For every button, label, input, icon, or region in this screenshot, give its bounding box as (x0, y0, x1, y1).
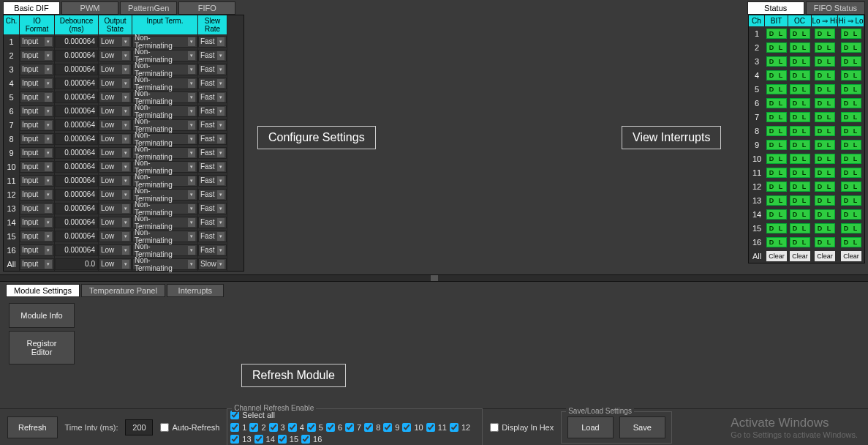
ch-enable-5[interactable]: 5 (307, 423, 323, 432)
input-term-select[interactable]: Non-Terminating▾ (132, 105, 197, 117)
tab-fifo-status[interactable]: FIFO Status (806, 1, 865, 15)
output-state-select[interactable]: Low▾ (99, 231, 132, 242)
output-state-select[interactable]: Low▾ (99, 258, 132, 270)
input-term-select[interactable]: Non-Terminating▾ (132, 231, 197, 242)
auto-refresh-checkbox[interactable]: Auto-Refresh (160, 423, 219, 432)
slew-rate-select[interactable]: Fast▾ (198, 91, 227, 103)
input-term-select[interactable]: Non-Terminating▾ (132, 175, 197, 187)
ch-enable-12[interactable]: 12 (450, 423, 470, 432)
io-format-select[interactable]: Input▾ (20, 133, 54, 145)
output-state-select[interactable]: Low▾ (99, 189, 132, 201)
output-state-select[interactable]: Low▾ (99, 64, 132, 75)
output-state-select[interactable]: Low▾ (99, 91, 132, 103)
tab-module-settings[interactable]: Module Settings (6, 284, 80, 297)
clear-button[interactable]: Clear (841, 251, 861, 261)
debounce-input[interactable]: 0.000064 (55, 217, 98, 228)
output-state-select[interactable]: Low▾ (99, 50, 132, 61)
debounce-input[interactable]: 0.000064 (55, 147, 98, 159)
debounce-input[interactable]: 0.000064 (55, 189, 98, 201)
input-term-select[interactable]: Non-Terminating▾ (132, 258, 197, 270)
ch-enable-2[interactable]: 2 (249, 423, 265, 432)
slew-rate-select[interactable]: Fast▾ (198, 64, 227, 75)
debounce-input[interactable]: 0.000064 (55, 203, 98, 214)
slew-rate-select[interactable]: Fast▾ (198, 78, 227, 89)
ch-enable-14[interactable]: 14 (254, 435, 275, 444)
refresh-button[interactable]: Refresh (7, 416, 58, 438)
tab-interrupts[interactable]: Interrupts (167, 284, 224, 297)
display-hex-checkbox[interactable]: Display In Hex (490, 423, 554, 432)
time-intv-input[interactable] (125, 419, 153, 435)
ch-enable-3[interactable]: 3 (269, 423, 285, 432)
slew-rate-select[interactable]: Fast▾ (198, 175, 227, 187)
output-state-select[interactable]: Low▾ (99, 133, 132, 145)
input-term-select[interactable]: Non-Terminating▾ (132, 147, 197, 159)
output-state-select[interactable]: Low▾ (99, 161, 132, 173)
ch-enable-1[interactable]: 1 (230, 423, 246, 432)
debounce-input[interactable]: 0.000064 (55, 175, 98, 187)
tab-temperature-panel[interactable]: Temperature Panel (81, 284, 165, 297)
slew-rate-select[interactable]: Fast▾ (198, 189, 227, 201)
debounce-input[interactable]: 0.0 (55, 258, 98, 270)
debounce-input[interactable]: 0.000064 (55, 119, 98, 131)
input-term-select[interactable]: Non-Terminating▾ (132, 119, 197, 131)
slew-rate-select[interactable]: Fast▾ (198, 161, 227, 173)
io-format-select[interactable]: Input▾ (20, 36, 54, 48)
input-term-select[interactable]: Non-Terminating▾ (132, 50, 197, 61)
tab-fifo[interactable]: FIFO (178, 1, 235, 15)
io-format-select[interactable]: Input▾ (20, 50, 54, 61)
debounce-input[interactable]: 0.000064 (55, 91, 98, 103)
input-term-select[interactable]: Non-Terminating▾ (132, 91, 197, 103)
io-format-select[interactable]: Input▾ (20, 203, 54, 214)
tab-patterngen[interactable]: PatternGen (120, 1, 177, 15)
slew-rate-select[interactable]: Fast▾ (198, 105, 227, 117)
output-state-select[interactable]: Low▾ (99, 105, 132, 117)
output-state-select[interactable]: Low▾ (99, 78, 132, 89)
input-term-select[interactable]: Non-Terminating▾ (132, 36, 197, 48)
io-format-select[interactable]: Input▾ (20, 105, 54, 117)
slew-rate-select[interactable]: Fast▾ (198, 147, 227, 159)
output-state-select[interactable]: Low▾ (99, 244, 132, 256)
ch-enable-9[interactable]: 9 (383, 423, 399, 432)
slew-rate-select[interactable]: Fast▾ (198, 50, 227, 61)
slew-rate-select[interactable]: Fast▾ (198, 217, 227, 228)
module-info-button[interactable]: Module Info (9, 303, 75, 328)
output-state-select[interactable]: Low▾ (99, 147, 132, 159)
io-format-select[interactable]: Input▾ (20, 244, 54, 256)
debounce-input[interactable]: 0.000064 (55, 78, 98, 89)
tab-pwm[interactable]: PWM (61, 1, 118, 15)
debounce-input[interactable]: 0.000064 (55, 231, 98, 242)
ch-enable-6[interactable]: 6 (326, 423, 342, 432)
debounce-input[interactable]: 0.000064 (55, 50, 98, 61)
auto-refresh-input[interactable] (160, 423, 169, 432)
clear-button[interactable]: Clear (790, 251, 810, 261)
debounce-input[interactable]: 0.000064 (55, 244, 98, 256)
ch-enable-16[interactable]: 16 (301, 435, 322, 444)
input-term-select[interactable]: Non-Terminating▾ (132, 189, 197, 201)
input-term-select[interactable]: Non-Terminating▾ (132, 203, 197, 214)
ch-enable-4[interactable]: 4 (288, 423, 304, 432)
register-editor-button[interactable]: Registor Editor (9, 331, 75, 364)
debounce-input[interactable]: 0.000064 (55, 161, 98, 173)
input-term-select[interactable]: Non-Terminating▾ (132, 217, 197, 228)
splitter[interactable] (0, 274, 868, 282)
output-state-select[interactable]: Low▾ (99, 36, 132, 48)
clear-button[interactable]: Clear (815, 251, 835, 261)
ch-enable-8[interactable]: 8 (364, 423, 380, 432)
ch-enable-10[interactable]: 10 (402, 423, 423, 432)
load-button[interactable]: Load (567, 416, 613, 438)
ch-enable-7[interactable]: 7 (345, 423, 361, 432)
input-term-select[interactable]: Non-Terminating▾ (132, 78, 197, 89)
input-term-select[interactable]: Non-Terminating▾ (132, 244, 197, 256)
input-term-select[interactable]: Non-Terminating▾ (132, 133, 197, 145)
slew-rate-select[interactable]: Fast▾ (198, 244, 227, 256)
output-state-select[interactable]: Low▾ (99, 203, 132, 214)
slew-rate-select[interactable]: Fast▾ (198, 203, 227, 214)
slew-rate-select[interactable]: Fast▾ (198, 119, 227, 131)
slew-rate-select[interactable]: Fast▾ (198, 36, 227, 48)
io-format-select[interactable]: Input▾ (20, 258, 54, 270)
ch-enable-13[interactable]: 13 (230, 435, 251, 444)
ch-enable-11[interactable]: 11 (426, 423, 447, 432)
io-format-select[interactable]: Input▾ (20, 217, 54, 228)
tab-basic-dif[interactable]: Basic DIF (3, 1, 60, 15)
output-state-select[interactable]: Low▾ (99, 175, 132, 187)
